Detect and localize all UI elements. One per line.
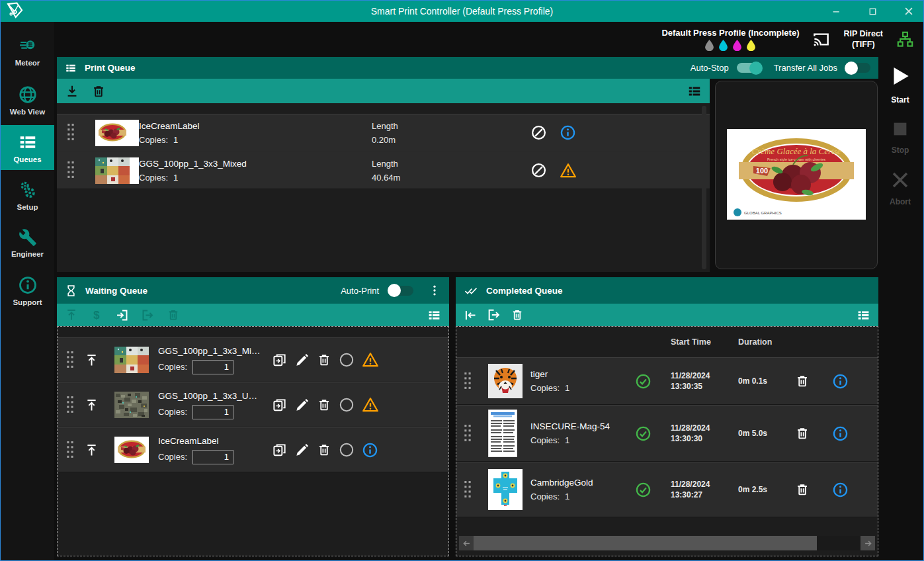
move-to-top-icon[interactable] <box>85 398 99 412</box>
scrollbar-thumb[interactable] <box>474 536 817 550</box>
drag-handle-icon[interactable] <box>67 124 95 142</box>
edit-job-icon[interactable] <box>294 398 310 413</box>
import-job-icon[interactable] <box>115 308 129 322</box>
move-to-top-icon[interactable] <box>65 308 78 322</box>
warning-status-icon[interactable] <box>362 396 379 413</box>
print-queue-scrollbar[interactable] <box>702 106 706 269</box>
completed-queue-row[interactable]: CambridgeGold Copies:1 11/28/202413:30:2… <box>456 462 878 517</box>
start-button[interactable]: Start <box>888 64 913 105</box>
duplicate-job-icon[interactable] <box>272 353 287 368</box>
start-date: 11/28/2024 <box>671 479 738 490</box>
edit-job-icon[interactable] <box>294 353 310 368</box>
copies-label: Copies: <box>158 362 187 372</box>
stop-button[interactable]: Stop <box>890 119 910 155</box>
completed-queue-row[interactable]: INSECURE-Mag-54 Copies:1 11/28/202413:30… <box>456 405 878 462</box>
sidebar-item-web-view[interactable]: Web View <box>1 77 54 122</box>
move-to-start-icon[interactable] <box>464 308 478 322</box>
scroll-left-icon[interactable] <box>459 536 474 550</box>
block-job-icon[interactable] <box>530 124 560 141</box>
drag-handle-icon[interactable] <box>67 441 74 459</box>
kebab-menu-icon[interactable] <box>428 284 441 297</box>
drag-handle-icon[interactable] <box>67 351 74 369</box>
sidebar-item-queues[interactable]: Queues <box>1 125 54 170</box>
select-radio-icon[interactable] <box>339 397 355 413</box>
edit-job-icon[interactable] <box>294 443 310 458</box>
delete-job-icon[interactable] <box>795 482 825 497</box>
info-status-icon[interactable] <box>362 442 378 458</box>
print-queue-row[interactable]: IceCreamLabel Copies:1 Length 0.20m <box>57 114 710 151</box>
duration-value: 0m 0.1s <box>738 376 795 386</box>
print-queue-row[interactable]: GGS_100pp_1_3x3_Mixed Copies:1 Length 40… <box>57 151 710 189</box>
select-radio-icon[interactable] <box>339 442 355 458</box>
drag-handle-icon[interactable] <box>464 481 488 499</box>
view-mode-icon[interactable] <box>427 308 441 322</box>
scroll-right-icon[interactable] <box>861 536 875 550</box>
delete-job-icon[interactable] <box>795 374 825 388</box>
close-icon[interactable] <box>900 3 918 20</box>
cast-icon[interactable] <box>812 30 830 48</box>
transfer-all-jobs-toggle[interactable] <box>845 63 870 73</box>
duration-value: 0m 5.0s <box>738 429 795 438</box>
copies-value: 1 <box>173 173 178 183</box>
warning-status-icon[interactable] <box>560 162 577 179</box>
sidebar-item-meteor[interactable]: Meteor <box>1 30 54 75</box>
completed-queue-row[interactable]: tiger Copies:1 11/28/202413:30:35 0m 0.1… <box>456 357 878 405</box>
delete-job-icon[interactable] <box>317 398 331 412</box>
info-status-icon[interactable] <box>825 482 862 498</box>
auto-print-toggle[interactable] <box>388 286 413 296</box>
waiting-queue-row[interactable]: IceCreamLabel Copies: <box>58 427 448 472</box>
waiting-queue-row[interactable]: GGS_100pp_1_3x3_U… Copies: <box>58 382 448 427</box>
info-status-icon[interactable] <box>825 425 862 442</box>
completed-queue-hscrollbar[interactable] <box>459 536 875 550</box>
cost-icon[interactable] <box>90 308 103 322</box>
copies-input[interactable] <box>192 450 233 464</box>
sidebar-item-support[interactable]: Support <box>1 268 54 313</box>
maximize-icon[interactable] <box>863 3 882 20</box>
view-mode-icon[interactable] <box>857 308 870 322</box>
start-time: 13:30:30 <box>671 433 738 444</box>
stop-square-icon <box>890 119 910 139</box>
print-queue-title: Print Queue <box>85 63 136 73</box>
copies-input[interactable] <box>192 405 233 419</box>
auto-stop-toggle[interactable] <box>737 63 762 73</box>
network-status-icon[interactable] <box>896 30 914 48</box>
export-job-icon[interactable] <box>487 308 501 322</box>
duplicate-job-icon[interactable] <box>272 443 287 458</box>
column-duration: Duration <box>738 337 795 347</box>
move-to-top-icon[interactable] <box>85 443 99 457</box>
view-mode-icon[interactable] <box>687 84 702 99</box>
completed-check-icon <box>635 482 671 498</box>
delete-job-icon[interactable] <box>317 443 331 457</box>
delete-job-icon[interactable] <box>317 353 331 367</box>
copies-input[interactable] <box>192 360 233 374</box>
drag-handle-icon[interactable] <box>464 425 488 443</box>
delete-job-icon[interactable] <box>167 308 180 322</box>
waiting-queue-row[interactable]: GGS_100pp_1_3x3_Mi… Copies: <box>58 337 448 382</box>
move-to-top-icon[interactable] <box>85 353 99 367</box>
info-status-icon[interactable] <box>825 373 862 390</box>
sidebar-item-engineer[interactable]: Engineer <box>1 220 54 265</box>
copies-label: Copies: <box>139 135 168 145</box>
delete-job-icon[interactable] <box>91 84 106 99</box>
block-job-icon[interactable] <box>530 162 560 179</box>
delete-job-icon[interactable] <box>511 308 524 322</box>
duplicate-job-icon[interactable] <box>272 398 287 413</box>
drag-handle-icon[interactable] <box>67 161 95 179</box>
sidebar-item-setup[interactable]: Setup <box>1 173 54 218</box>
info-status-icon[interactable] <box>560 124 576 141</box>
warning-status-icon[interactable] <box>362 351 379 368</box>
rip-mode-label: RIP Direct (TIFF) <box>843 29 883 50</box>
drag-handle-icon[interactable] <box>464 372 488 390</box>
export-job-icon[interactable] <box>141 308 155 322</box>
select-radio-icon[interactable] <box>339 352 355 368</box>
ink-channel-indicators <box>705 40 755 51</box>
job-thumbnail <box>95 157 139 184</box>
import-job-icon[interactable] <box>65 84 79 99</box>
minimize-icon[interactable] <box>827 3 845 20</box>
job-name: CambridgeGold <box>530 478 635 488</box>
drag-handle-icon[interactable] <box>67 396 74 414</box>
copies-value: 1 <box>565 492 569 501</box>
delete-job-icon[interactable] <box>795 426 825 441</box>
abort-button[interactable]: Abort <box>890 169 911 206</box>
completed-queue-toolbar <box>456 304 878 326</box>
